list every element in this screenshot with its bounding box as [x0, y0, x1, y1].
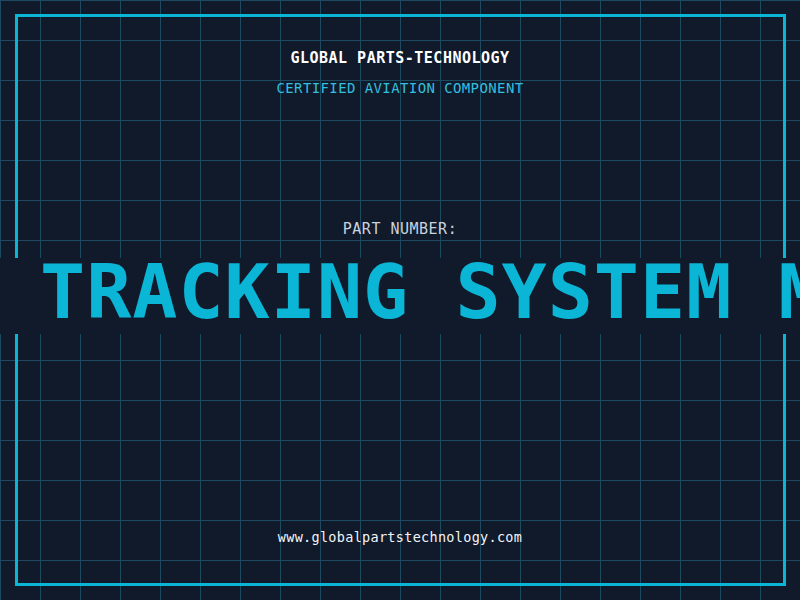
company-name: GLOBAL PARTS-TECHNOLOGY	[0, 50, 800, 66]
part-number-label: PART NUMBER:	[0, 221, 800, 237]
website-url: www.globalpartstechnology.com	[0, 530, 800, 545]
certification-tagline: CERTIFIED AVIATION COMPONENT	[0, 81, 800, 96]
part-number-marquee-text: TRACKING SYSTEM M	[40, 258, 800, 334]
part-number-marquee-band: TRACKING SYSTEM M	[0, 258, 800, 334]
